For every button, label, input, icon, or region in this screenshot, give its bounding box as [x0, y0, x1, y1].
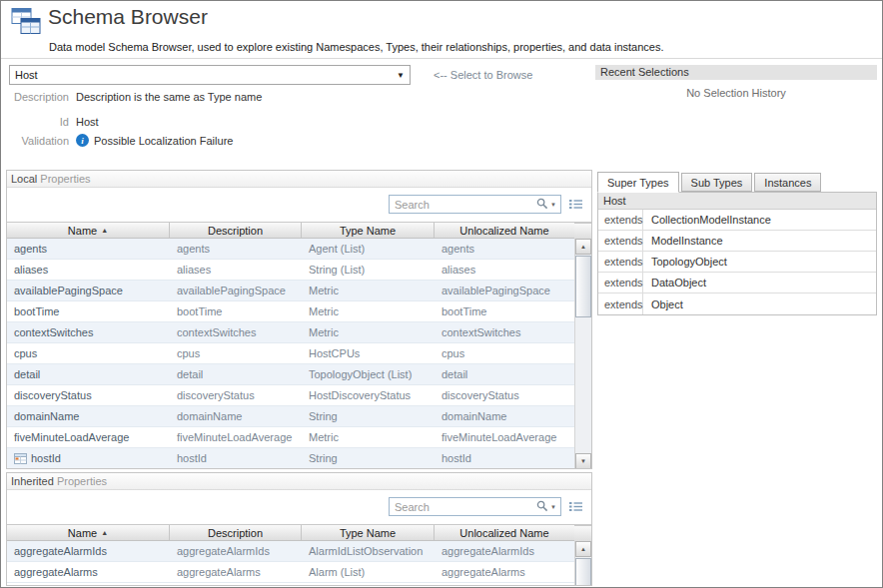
column-header-description[interactable]: Description	[170, 223, 302, 238]
column-header-name[interactable]: Name▲	[7, 223, 170, 238]
local-search-input[interactable]	[390, 199, 536, 211]
supertype-row[interactable]: extends Object	[598, 294, 876, 314]
inherited-table-header: Name▲ Description Type Name Unlocalized …	[7, 524, 591, 541]
validation-label: Validation	[9, 135, 69, 147]
property-unlocalized-cell: bootTime	[435, 305, 574, 317]
property-unlocalized-cell: fiveMinuteLoadAverage	[435, 431, 574, 443]
property-description-cell: agents	[170, 243, 302, 255]
scroll-down-button[interactable]: ▼	[575, 453, 591, 469]
local-table-body: agents agents Agent (List) agents	[7, 239, 591, 469]
recent-selections-panel: Recent Selections No Selection History	[595, 65, 877, 99]
property-name-cell: detail	[7, 368, 170, 380]
local-vertical-scrollbar[interactable]: ▲ ▼	[574, 239, 591, 469]
search-options-caret-icon[interactable]: ▼	[548, 202, 560, 208]
sort-asc-icon: ▲	[101, 529, 108, 536]
validation-value: Possible Localization Failure	[94, 135, 233, 147]
column-header-description[interactable]: Description	[170, 525, 302, 540]
inherited-table-body: aggregateAlarmIds aggregateAlarmIds Alar…	[7, 541, 591, 586]
tab-super-types[interactable]: Super Types	[597, 172, 679, 193]
column-header-name[interactable]: Name▲	[7, 525, 170, 540]
sort-asc-icon: ▲	[101, 227, 108, 234]
property-unlocalized-cell: domainName	[435, 410, 574, 422]
recent-selections-header: Recent Selections	[595, 65, 877, 80]
property-description-cell: bootTime	[170, 305, 302, 317]
local-property-row[interactable]: contextSwitches contextSwitches Metric c…	[7, 322, 574, 343]
property-name-cell: aggregateAlarms	[7, 566, 170, 578]
property-type-cell: Alarm (List)	[302, 566, 435, 578]
super-types-type-header: Host	[598, 193, 876, 210]
supertype-row[interactable]: extends TopologyObject	[598, 252, 876, 273]
supertype-row[interactable]: extends ModelInstance	[598, 231, 876, 252]
select-to-browse-hint: <-- Select to Browse	[434, 69, 532, 81]
local-property-row[interactable]: agents agents Agent (List) agents	[7, 239, 574, 260]
local-property-row[interactable]: availablePagingSpace availablePagingSpac…	[7, 281, 574, 301]
inherited-search-input[interactable]	[390, 501, 536, 513]
property-description-cell: cpus	[170, 347, 302, 359]
customizer-icon[interactable]	[569, 199, 583, 212]
local-property-row[interactable]: hostId hostId String hostId	[7, 448, 574, 469]
local-property-row[interactable]: detail detail TopologyObject (List) deta…	[7, 364, 574, 385]
scrollbar-thumb[interactable]	[575, 558, 591, 586]
property-name-cell: contextSwitches	[7, 326, 170, 338]
property-unlocalized-cell: detail	[435, 368, 574, 380]
type-relations-tabs: Super Types Sub Types Instances	[597, 172, 877, 192]
relation-cell: extends	[598, 252, 643, 272]
description-value: Description is the same as Type name	[76, 91, 262, 103]
local-property-row[interactable]: bootTime bootTime Metric bootTime	[7, 301, 574, 322]
property-name-cell: aliases	[7, 264, 170, 276]
property-unlocalized-cell: aggregateAlarmIds	[435, 545, 574, 557]
property-type-cell: HostCPUs	[302, 347, 435, 359]
property-description-cell: fiveMinuteLoadAverage	[170, 431, 302, 443]
local-search-row: ▼	[7, 188, 591, 222]
local-property-row[interactable]: fiveMinuteLoadAverage fiveMinuteLoadAver…	[7, 427, 574, 448]
local-search-box[interactable]: ▼	[389, 195, 561, 214]
header-scrollbar-spacer	[574, 223, 591, 240]
property-description-cell: discoveryStatus	[170, 389, 302, 401]
scroll-up-button[interactable]: ▲	[575, 541, 591, 557]
property-name-cell: availablePagingSpace	[7, 285, 170, 296]
local-property-row[interactable]: discoveryStatus discoveryStatus HostDisc…	[7, 385, 574, 406]
property-unlocalized-cell: cpus	[435, 347, 574, 359]
property-type-cell: String	[302, 452, 435, 464]
tab-instances[interactable]: Instances	[754, 173, 821, 192]
inherited-property-row[interactable]: aggregateAlarms aggregateAlarms Alarm (L…	[7, 562, 574, 583]
combobox-value: Host	[10, 69, 392, 81]
property-name-cell: agents	[7, 243, 170, 255]
local-properties-panel: Local Properties ▼ Name▲ Description	[6, 170, 592, 469]
property-name-cell: bootTime	[7, 305, 170, 317]
property-name-cell: domainName	[7, 410, 170, 422]
type-name-cell: DataObject	[643, 273, 706, 293]
property-key-icon	[14, 453, 27, 464]
chevron-down-icon: ▼	[392, 71, 410, 80]
search-options-caret-icon[interactable]: ▼	[548, 504, 560, 510]
column-header-type-name[interactable]: Type Name	[302, 525, 435, 540]
property-unlocalized-cell: aggregateAlarms	[435, 566, 574, 578]
inherited-vertical-scrollbar[interactable]: ▲ ▼	[574, 541, 591, 586]
column-header-unlocalized-name[interactable]: Unlocalized Name	[435, 525, 574, 540]
supertype-row[interactable]: extends CollectionModelInstance	[598, 210, 876, 231]
inherited-search-box[interactable]: ▼	[389, 497, 561, 516]
supertype-row[interactable]: extends DataObject	[598, 273, 876, 294]
column-header-unlocalized-name[interactable]: Unlocalized Name	[435, 223, 574, 238]
property-name-cell: cpus	[7, 347, 170, 359]
local-property-row[interactable]: cpus cpus HostCPUs cpus	[7, 343, 574, 364]
inherited-properties-title: Inherited Properties	[7, 473, 591, 490]
inherited-property-row[interactable]: aggregateAlarmIds aggregateAlarmIds Alar…	[7, 541, 574, 562]
customizer-icon[interactable]	[569, 501, 583, 514]
relation-cell: extends	[598, 273, 643, 293]
property-type-cell: TopologyObject (List)	[302, 368, 435, 380]
page-title: Schema Browser	[48, 5, 208, 29]
schema-browser-app-icon	[11, 7, 41, 37]
column-header-type-name[interactable]: Type Name	[302, 223, 435, 238]
type-select-combobox[interactable]: Host ▼	[9, 65, 411, 85]
scrollbar-thumb[interactable]	[575, 256, 591, 317]
type-name-cell: Object	[643, 294, 683, 314]
property-name-cell: aggregateAlarmIds	[7, 545, 170, 557]
tab-sub-types[interactable]: Sub Types	[681, 173, 753, 192]
scroll-up-button[interactable]: ▲	[575, 239, 591, 255]
header-divider	[1, 58, 882, 59]
header-scrollbar-spacer	[574, 525, 591, 542]
super-types-rows: extends CollectionModelInstance extends …	[598, 210, 876, 314]
local-property-row[interactable]: aliases aliases String (List) aliases	[7, 260, 574, 281]
local-property-row[interactable]: domainName domainName String domainName	[7, 406, 574, 427]
